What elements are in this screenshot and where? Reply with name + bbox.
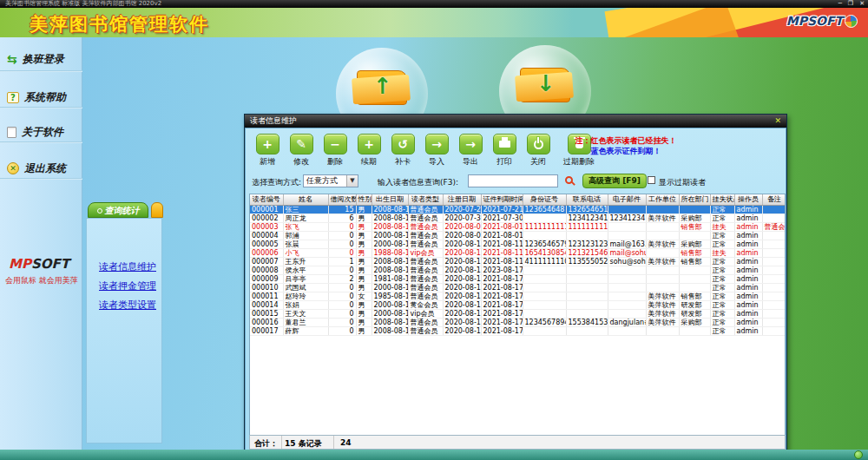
tab-query-statistics[interactable]: 查询统计 — [88, 202, 148, 218]
cell-type: vip会员 — [408, 309, 443, 318]
column-header[interactable]: 工作单位 — [646, 194, 679, 205]
cell-expire: 2021-08-11 — [481, 257, 523, 266]
column-header[interactable]: 证件到期时间 — [481, 194, 523, 205]
swap-icon: ⇆ — [7, 52, 17, 66]
table-row[interactable]: 000008侯永平0男2008-08-1普通会员2020-08-172023-0… — [250, 266, 786, 274]
table-row[interactable]: 000014张娟0男2000-08-1黄金会员2020-08-172021-08… — [250, 300, 786, 309]
cell-note — [762, 240, 786, 248]
show-expired-label: 显示过期读者 — [659, 177, 706, 188]
cell-idcard — [523, 283, 566, 292]
table-row[interactable]: 000009吕亭亭2男1981-08-1普通会员2020-08-172021-0… — [250, 274, 786, 283]
column-header[interactable]: 联系电话 — [566, 194, 608, 205]
table-row[interactable]: 000002周正龙6男2008-08-1普通会员2020-07-302021-0… — [250, 214, 786, 222]
cell-operator: admin — [734, 205, 762, 214]
column-header[interactable]: 所在部门 — [679, 194, 710, 205]
cell-id: 000003 — [250, 222, 283, 231]
column-header[interactable]: 注册日期 — [443, 194, 481, 205]
column-header[interactable]: 姓名 — [283, 194, 328, 205]
cell-status: 正常 — [710, 274, 734, 283]
打印-button[interactable]: 打印 — [490, 134, 519, 168]
cell-note — [762, 205, 786, 214]
cell-reg: 2020-08-11 — [443, 240, 481, 248]
column-header[interactable]: 出生日期 — [372, 194, 408, 205]
sidebar-item-1[interactable]: ⇆换班登录 — [7, 48, 80, 70]
dialog-titlebar[interactable]: 读者信息维护 ✕ — [245, 115, 786, 128]
query-input[interactable] — [468, 174, 558, 187]
table-row[interactable]: 000001张三15男2008-08-1普通会员2020-07-262021-0… — [250, 205, 786, 214]
legend-note-red: 注：红色表示读者已经挂失！ — [539, 135, 713, 146]
sidebar-item-3[interactable]: 关于软件 — [7, 121, 80, 143]
advanced-query-button[interactable]: 高级查询 [F9] — [582, 174, 647, 188]
导出-button[interactable]: →导出 — [456, 134, 485, 168]
tab-hidden-orange[interactable] — [151, 202, 163, 218]
table-row[interactable]: 000004郭浦0男2000-08-1普通会员2020-08-012021-08… — [250, 231, 786, 240]
cell-type: 普通会员 — [408, 292, 443, 300]
sidebar-item-2[interactable]: ?系统帮助 — [7, 86, 80, 108]
dialog-title: 读者信息维护 — [250, 116, 297, 125]
cell-times: 0 — [328, 309, 356, 318]
cell-times: 0 — [328, 231, 356, 240]
cell-reg: 2020-07-30 — [443, 214, 481, 222]
cell-note — [762, 292, 786, 300]
sidebar-item-4[interactable]: ✕退出系统 — [7, 157, 80, 180]
export-icon: → — [459, 134, 483, 154]
show-expired-checkbox[interactable] — [648, 176, 655, 184]
cell-email — [608, 300, 646, 309]
dialog-close-icon[interactable]: ✕ — [774, 115, 781, 128]
table-row[interactable]: 000011赵玲玲0女1985-08-1普通会员2020-08-172021-0… — [250, 292, 786, 300]
新增-button[interactable]: +新增 — [253, 134, 282, 168]
cell-email — [608, 205, 646, 214]
补卡-button[interactable]: ↺补卡 — [388, 134, 418, 168]
cell-times: 0 — [328, 222, 356, 231]
close-button[interactable]: ✕ — [859, 0, 865, 8]
cell-id: 000007 — [250, 257, 283, 266]
column-header[interactable]: 备注 — [762, 194, 786, 205]
column-header[interactable]: 读者类型 — [408, 194, 443, 205]
table-row[interactable]: 000010武国斌0男2000-08-1普通会员2020-08-172021-0… — [250, 283, 786, 292]
cell-phone — [566, 274, 608, 283]
column-header[interactable]: 读者编号 — [250, 194, 283, 205]
table-row[interactable]: 000007王东升1男2008-08-1普通会员2020-08-112021-0… — [250, 257, 786, 266]
cell-idcard: 11111111111 — [523, 222, 566, 231]
table-row[interactable]: 000003张飞0男2008-08-1普通会员2020-08-012021-08… — [250, 222, 786, 231]
nav-link-1[interactable]: 读者信息维护 — [99, 260, 161, 273]
nav-link-3[interactable]: 读者类型设置 — [99, 299, 161, 312]
cell-gender: 女 — [356, 292, 372, 300]
cell-name: 周正龙 — [283, 214, 328, 222]
bottom-strip — [0, 450, 868, 460]
cell-status: 正常 — [710, 283, 734, 292]
cell-type: 普通会员 — [408, 257, 443, 266]
cell-name: 张飞 — [283, 222, 328, 231]
cell-status: 挂失 — [710, 248, 734, 257]
column-header[interactable]: 电子邮件 — [608, 194, 646, 205]
cell-status: 正常 — [710, 326, 734, 335]
导入-button[interactable]: →导入 — [422, 134, 451, 168]
cell-note: 普通会员 — [762, 222, 786, 231]
column-header[interactable]: 操作员 — [734, 194, 762, 205]
续期-button[interactable]: +续期 — [354, 134, 384, 168]
column-header[interactable]: 身份证号 — [523, 194, 566, 205]
brand-circle-icon — [845, 15, 858, 28]
修改-button[interactable]: ✎修改 — [286, 134, 316, 168]
table-row[interactable]: 000006小飞0男1988-08-1vip会员2020-08-112021-0… — [250, 248, 786, 257]
cell-expire: 2021-08-11 — [481, 248, 523, 257]
cell-email: mail@sohu.com — [608, 248, 646, 257]
table-row[interactable]: 000016董君兰0男2008-08-1普通会员2020-08-172021-0… — [250, 318, 786, 326]
search-icon[interactable] — [565, 176, 573, 184]
table-row[interactable]: 000017薛辉0男2008-08-1普通会员2020-08-172021-08… — [250, 326, 786, 335]
maximize-button[interactable]: ❐ — [848, 0, 853, 8]
table-row[interactable]: 000015王天文0男2000-08-1vip会员2020-08-172021-… — [250, 309, 786, 318]
column-header[interactable]: 借阅次数 — [328, 194, 356, 205]
cell-email — [608, 326, 646, 335]
table-row[interactable]: 000005张晨0男2000-08-1普通会员2020-08-112021-08… — [250, 240, 786, 248]
column-header[interactable]: 性别 — [356, 194, 372, 205]
cell-id: 000015 — [250, 309, 283, 318]
删除-button[interactable]: −删除 — [320, 134, 350, 168]
nav-link-2[interactable]: 读者押金管理 — [99, 279, 161, 292]
cell-name: 张三 — [283, 205, 328, 214]
minimize-button[interactable]: ─ — [838, 0, 842, 8]
column-header[interactable]: 挂失状态 — [710, 194, 734, 205]
cell-operator: admin — [734, 257, 762, 266]
query-mode-select[interactable]: 任意方式▼ — [303, 174, 358, 187]
cell-gender: 男 — [356, 257, 372, 266]
